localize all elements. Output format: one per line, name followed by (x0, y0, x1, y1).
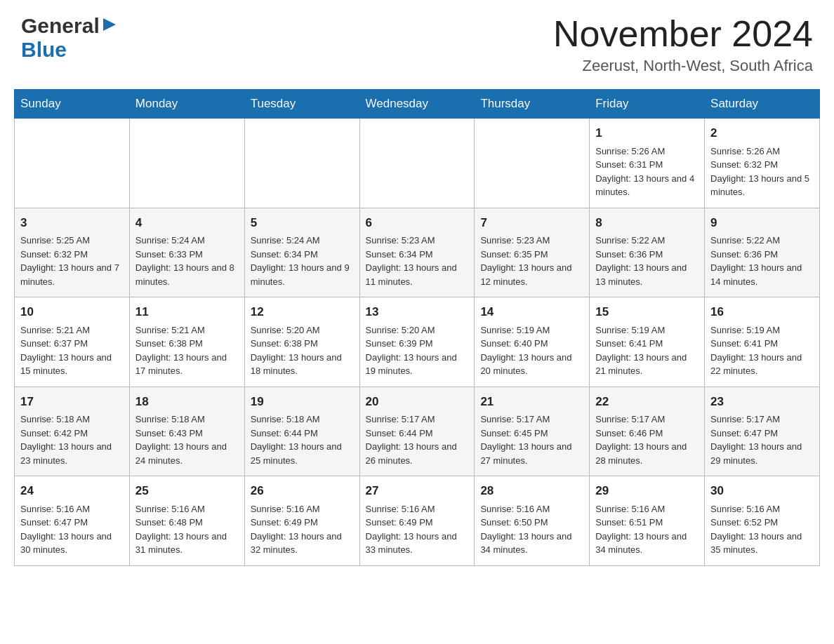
calendar-day-cell: 12Sunrise: 5:20 AM Sunset: 6:38 PM Dayli… (244, 297, 359, 387)
calendar-day-cell (359, 119, 475, 208)
calendar-day-cell: 21Sunrise: 5:17 AM Sunset: 6:45 PM Dayli… (475, 387, 590, 476)
calendar-day-cell: 25Sunrise: 5:16 AM Sunset: 6:48 PM Dayli… (129, 476, 244, 566)
calendar-week-row: 10Sunrise: 5:21 AM Sunset: 6:37 PM Dayli… (15, 297, 820, 387)
calendar-day-cell: 13Sunrise: 5:20 AM Sunset: 6:39 PM Dayli… (359, 297, 475, 387)
calendar-day-cell (15, 119, 130, 208)
logo-flag-icon (102, 17, 117, 35)
calendar-day-cell (475, 119, 590, 208)
day-number: 23 (710, 393, 814, 411)
day-sun-info: Sunrise: 5:16 AM Sunset: 6:47 PM Dayligh… (20, 502, 124, 557)
day-number: 16 (710, 303, 814, 321)
calendar-day-cell: 1Sunrise: 5:26 AM Sunset: 6:31 PM Daylig… (590, 119, 705, 208)
calendar-day-header: Sunday (15, 90, 130, 119)
calendar-day-cell: 22Sunrise: 5:17 AM Sunset: 6:46 PM Dayli… (590, 387, 705, 476)
day-number: 18 (135, 393, 239, 411)
day-number: 29 (595, 482, 699, 500)
calendar-day-cell: 6Sunrise: 5:23 AM Sunset: 6:34 PM Daylig… (359, 208, 475, 297)
day-number: 1 (595, 124, 699, 142)
day-sun-info: Sunrise: 5:18 AM Sunset: 6:42 PM Dayligh… (20, 412, 124, 467)
calendar-day-header: Monday (129, 90, 244, 119)
day-number: 20 (366, 393, 469, 411)
day-sun-info: Sunrise: 5:24 AM Sunset: 6:33 PM Dayligh… (135, 234, 239, 288)
day-number: 26 (251, 482, 354, 500)
calendar-day-header: Friday (590, 90, 705, 119)
day-number: 13 (366, 303, 469, 321)
day-sun-info: Sunrise: 5:16 AM Sunset: 6:50 PM Dayligh… (480, 502, 583, 557)
day-number: 10 (20, 303, 124, 321)
day-number: 24 (20, 482, 124, 500)
day-sun-info: Sunrise: 5:23 AM Sunset: 6:35 PM Dayligh… (480, 234, 583, 288)
calendar-header-row: SundayMondayTuesdayWednesdayThursdayFrid… (15, 90, 820, 119)
day-sun-info: Sunrise: 5:26 AM Sunset: 6:32 PM Dayligh… (710, 145, 814, 199)
day-number: 14 (480, 303, 583, 321)
calendar-day-header: Saturday (705, 90, 820, 119)
day-sun-info: Sunrise: 5:21 AM Sunset: 6:37 PM Dayligh… (20, 323, 124, 378)
logo-general: General (21, 14, 100, 38)
day-number: 9 (710, 214, 814, 232)
day-sun-info: Sunrise: 5:18 AM Sunset: 6:44 PM Dayligh… (251, 412, 354, 467)
calendar-day-cell: 24Sunrise: 5:16 AM Sunset: 6:47 PM Dayli… (15, 476, 130, 566)
day-number: 2 (710, 124, 814, 142)
day-number: 28 (480, 482, 583, 500)
day-sun-info: Sunrise: 5:20 AM Sunset: 6:39 PM Dayligh… (366, 323, 469, 378)
day-sun-info: Sunrise: 5:19 AM Sunset: 6:41 PM Dayligh… (595, 323, 699, 378)
calendar-day-cell: 15Sunrise: 5:19 AM Sunset: 6:41 PM Dayli… (590, 297, 705, 387)
day-sun-info: Sunrise: 5:21 AM Sunset: 6:38 PM Dayligh… (135, 323, 239, 378)
day-sun-info: Sunrise: 5:19 AM Sunset: 6:40 PM Dayligh… (480, 323, 583, 378)
calendar-day-cell: 14Sunrise: 5:19 AM Sunset: 6:40 PM Dayli… (475, 297, 590, 387)
calendar-day-cell: 10Sunrise: 5:21 AM Sunset: 6:37 PM Dayli… (15, 297, 130, 387)
day-number: 27 (366, 482, 469, 500)
day-number: 11 (135, 303, 239, 321)
day-sun-info: Sunrise: 5:22 AM Sunset: 6:36 PM Dayligh… (710, 234, 814, 288)
day-sun-info: Sunrise: 5:17 AM Sunset: 6:44 PM Dayligh… (366, 412, 469, 467)
svg-marker-0 (103, 18, 116, 31)
calendar-day-cell: 4Sunrise: 5:24 AM Sunset: 6:33 PM Daylig… (129, 208, 244, 297)
calendar-day-cell: 5Sunrise: 5:24 AM Sunset: 6:34 PM Daylig… (244, 208, 359, 297)
day-sun-info: Sunrise: 5:16 AM Sunset: 6:51 PM Dayligh… (595, 502, 699, 557)
page-header: General Blue November 2024 Zeerust, Nort… (0, 0, 834, 82)
day-sun-info: Sunrise: 5:16 AM Sunset: 6:52 PM Dayligh… (710, 502, 814, 557)
calendar-day-cell: 16Sunrise: 5:19 AM Sunset: 6:41 PM Dayli… (705, 297, 820, 387)
calendar-day-cell: 23Sunrise: 5:17 AM Sunset: 6:47 PM Dayli… (705, 387, 820, 476)
day-number: 19 (251, 393, 354, 411)
day-number: 21 (480, 393, 583, 411)
month-year-title: November 2024 (553, 14, 813, 54)
day-number: 6 (366, 214, 469, 232)
day-number: 25 (135, 482, 239, 500)
day-sun-info: Sunrise: 5:18 AM Sunset: 6:43 PM Dayligh… (135, 412, 239, 467)
calendar-week-row: 17Sunrise: 5:18 AM Sunset: 6:42 PM Dayli… (15, 387, 820, 476)
calendar-day-cell (129, 119, 244, 208)
day-number: 12 (251, 303, 354, 321)
day-number: 30 (710, 482, 814, 500)
day-sun-info: Sunrise: 5:24 AM Sunset: 6:34 PM Dayligh… (251, 234, 354, 288)
day-sun-info: Sunrise: 5:20 AM Sunset: 6:38 PM Dayligh… (251, 323, 354, 378)
day-sun-info: Sunrise: 5:19 AM Sunset: 6:41 PM Dayligh… (710, 323, 814, 378)
calendar-day-cell (244, 119, 359, 208)
calendar-day-cell: 27Sunrise: 5:16 AM Sunset: 6:49 PM Dayli… (359, 476, 475, 566)
calendar-day-cell: 9Sunrise: 5:22 AM Sunset: 6:36 PM Daylig… (705, 208, 820, 297)
calendar-day-header: Wednesday (359, 90, 475, 119)
calendar-day-cell: 8Sunrise: 5:22 AM Sunset: 6:36 PM Daylig… (590, 208, 705, 297)
calendar-day-cell: 20Sunrise: 5:17 AM Sunset: 6:44 PM Dayli… (359, 387, 475, 476)
calendar-day-cell: 19Sunrise: 5:18 AM Sunset: 6:44 PM Dayli… (244, 387, 359, 476)
day-sun-info: Sunrise: 5:16 AM Sunset: 6:48 PM Dayligh… (135, 502, 239, 557)
day-sun-info: Sunrise: 5:17 AM Sunset: 6:45 PM Dayligh… (480, 412, 583, 467)
day-number: 15 (595, 303, 699, 321)
day-number: 3 (20, 214, 124, 232)
location-subtitle: Zeerust, North-West, South Africa (553, 57, 813, 75)
calendar-day-cell: 7Sunrise: 5:23 AM Sunset: 6:35 PM Daylig… (475, 208, 590, 297)
day-number: 5 (251, 214, 354, 232)
logo: General Blue (21, 14, 117, 62)
calendar-day-cell: 26Sunrise: 5:16 AM Sunset: 6:49 PM Dayli… (244, 476, 359, 566)
calendar-week-row: 1Sunrise: 5:26 AM Sunset: 6:31 PM Daylig… (15, 119, 820, 208)
calendar-day-cell: 2Sunrise: 5:26 AM Sunset: 6:32 PM Daylig… (705, 119, 820, 208)
calendar-day-header: Tuesday (244, 90, 359, 119)
calendar-day-cell: 17Sunrise: 5:18 AM Sunset: 6:42 PM Dayli… (15, 387, 130, 476)
day-number: 17 (20, 393, 124, 411)
day-sun-info: Sunrise: 5:17 AM Sunset: 6:46 PM Dayligh… (595, 412, 699, 467)
day-sun-info: Sunrise: 5:17 AM Sunset: 6:47 PM Dayligh… (710, 412, 814, 467)
calendar-week-row: 3Sunrise: 5:25 AM Sunset: 6:32 PM Daylig… (15, 208, 820, 297)
day-sun-info: Sunrise: 5:26 AM Sunset: 6:31 PM Dayligh… (595, 145, 699, 199)
day-sun-info: Sunrise: 5:25 AM Sunset: 6:32 PM Dayligh… (20, 234, 124, 288)
calendar-day-cell: 28Sunrise: 5:16 AM Sunset: 6:50 PM Dayli… (475, 476, 590, 566)
